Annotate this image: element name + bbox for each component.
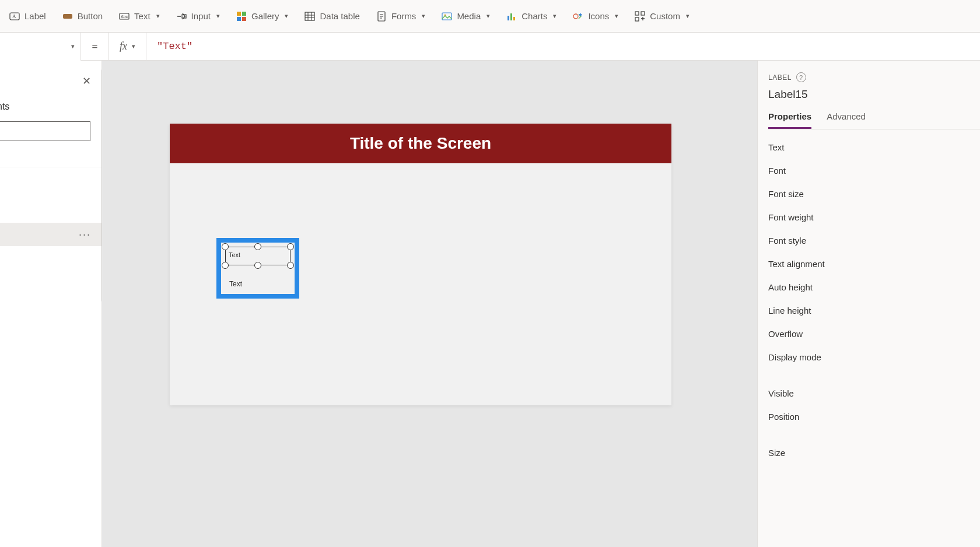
svg-rect-10 bbox=[305, 12, 314, 20]
text-label-icon: A bbox=[9, 11, 20, 22]
toolbar-item-label: Data table bbox=[320, 11, 359, 21]
chevron-down-icon: ▾ bbox=[132, 43, 135, 50]
chevron-down-icon: ▾ bbox=[156, 12, 160, 20]
prop-font-weight[interactable]: Font weight bbox=[768, 205, 980, 229]
svg-rect-19 bbox=[641, 12, 645, 15]
toolbar-text[interactable]: Abc Text ▾ bbox=[112, 5, 167, 28]
svg-point-17 bbox=[573, 14, 578, 19]
svg-rect-15 bbox=[510, 13, 512, 20]
button-icon bbox=[62, 11, 73, 22]
toolbar-item-label: Charts bbox=[522, 11, 547, 21]
svg-rect-2 bbox=[63, 14, 72, 19]
prop-font-style[interactable]: Font style bbox=[768, 229, 980, 252]
element-category: LABEL bbox=[768, 73, 792, 82]
toolbar-custom[interactable]: Custom ▾ bbox=[628, 5, 696, 28]
prop-size[interactable]: Size bbox=[768, 441, 980, 464]
svg-rect-9 bbox=[242, 17, 246, 21]
toolbar-label[interactable]: A Label bbox=[2, 5, 53, 28]
chevron-down-icon: ▾ bbox=[422, 12, 425, 20]
properties-list: Text Font Font size Font weight Font sty… bbox=[768, 135, 980, 464]
chevron-down-icon: ▾ bbox=[71, 43, 75, 50]
toolbar-input[interactable]: Input ▾ bbox=[169, 5, 227, 28]
resize-handle-n[interactable] bbox=[254, 243, 261, 250]
chevron-down-icon: ▾ bbox=[216, 12, 220, 20]
prop-font[interactable]: Font bbox=[768, 159, 980, 182]
forms-icon bbox=[376, 11, 387, 22]
fx-label: fx bbox=[120, 40, 127, 52]
media-icon bbox=[442, 11, 452, 22]
toolbar-item-label: Input bbox=[191, 11, 211, 21]
app-screen[interactable]: Title of the Screen Text Tex bbox=[170, 124, 671, 405]
toolbar-item-label: Button bbox=[78, 11, 103, 21]
toolbar-gallery[interactable]: Gallery ▾ bbox=[229, 5, 296, 28]
resize-handle-sw[interactable] bbox=[222, 262, 229, 269]
prop-visible[interactable]: Visible bbox=[768, 381, 980, 405]
svg-rect-16 bbox=[513, 17, 515, 20]
selected-group[interactable]: Text Text bbox=[216, 238, 299, 299]
prop-display-mode[interactable]: Display mode bbox=[768, 345, 980, 369]
tree-view-panel: ✕ nts ··· bbox=[0, 61, 102, 547]
resize-handle-se[interactable] bbox=[287, 262, 294, 269]
toolbar-item-label: Label bbox=[24, 11, 46, 21]
toolbar-media[interactable]: Media ▾ bbox=[435, 5, 497, 28]
prop-overflow[interactable]: Overflow bbox=[768, 322, 980, 345]
chevron-down-icon: ▾ bbox=[686, 12, 690, 20]
design-canvas-area: Title of the Screen Text Tex bbox=[102, 61, 757, 547]
close-panel-button[interactable]: ✕ bbox=[82, 75, 91, 87]
tree-item-selected[interactable]: ··· bbox=[0, 223, 102, 246]
svg-text:Abc: Abc bbox=[121, 15, 128, 19]
screen-title-banner[interactable]: Title of the Screen bbox=[170, 124, 671, 163]
toolbar-item-label: Custom bbox=[650, 11, 680, 21]
svg-rect-12 bbox=[442, 13, 452, 20]
data-table-icon bbox=[304, 11, 315, 22]
prop-line-height[interactable]: Line height bbox=[768, 299, 980, 322]
fx-button[interactable]: fx ▾ bbox=[109, 33, 146, 60]
property-selector-dropdown[interactable]: ▾ bbox=[0, 33, 81, 61]
more-options-icon[interactable]: ··· bbox=[79, 229, 91, 241]
label-control[interactable]: Text bbox=[229, 280, 242, 288]
prop-text[interactable]: Text bbox=[768, 135, 980, 159]
toolbar-icons[interactable]: Icons ▾ bbox=[566, 5, 625, 28]
toolbar-item-label: Gallery bbox=[251, 11, 279, 21]
tab-properties[interactable]: Properties bbox=[768, 111, 811, 129]
input-icon bbox=[176, 11, 187, 22]
toolbar-charts[interactable]: Charts ▾ bbox=[499, 5, 564, 28]
formula-bar: ▾ = fx ▾ "Text" bbox=[0, 33, 980, 61]
resize-handle-s[interactable] bbox=[254, 262, 261, 269]
svg-text:A: A bbox=[12, 13, 16, 19]
properties-panel: LABEL ? Label15 Properties Advanced Text… bbox=[757, 61, 980, 547]
svg-rect-6 bbox=[237, 12, 241, 16]
svg-rect-7 bbox=[242, 12, 246, 16]
resize-handle-ne[interactable] bbox=[287, 243, 294, 250]
divider bbox=[768, 369, 980, 381]
selected-label-control[interactable]: Text bbox=[225, 247, 290, 265]
tab-advanced[interactable]: Advanced bbox=[827, 111, 866, 129]
svg-rect-18 bbox=[635, 12, 639, 15]
custom-icon bbox=[635, 11, 645, 22]
svg-rect-8 bbox=[237, 17, 241, 21]
insert-toolbar: A Label Button Abc Text ▾ Input ▾ Galler… bbox=[0, 0, 980, 33]
label-text: Text bbox=[229, 251, 240, 258]
toolbar-item-label: Icons bbox=[588, 11, 609, 21]
icons-icon bbox=[573, 11, 583, 22]
text-field-icon: Abc bbox=[119, 11, 130, 22]
toolbar-button[interactable]: Button bbox=[55, 5, 110, 28]
prop-text-alignment[interactable]: Text alignment bbox=[768, 252, 980, 275]
divider bbox=[768, 428, 980, 441]
divider bbox=[0, 167, 102, 167]
toolbar-data-table[interactable]: Data table bbox=[298, 5, 366, 28]
prop-font-size[interactable]: Font size bbox=[768, 182, 980, 205]
toolbar-item-label: Forms bbox=[391, 11, 416, 21]
help-icon[interactable]: ? bbox=[796, 72, 806, 82]
svg-rect-20 bbox=[635, 17, 639, 21]
search-input[interactable] bbox=[0, 121, 90, 141]
chevron-down-icon: ▾ bbox=[487, 12, 490, 20]
prop-auto-height[interactable]: Auto height bbox=[768, 275, 980, 299]
charts-icon bbox=[506, 11, 517, 22]
resize-handle-nw[interactable] bbox=[222, 243, 229, 250]
equals-sign: = bbox=[81, 33, 109, 60]
toolbar-forms[interactable]: Forms ▾ bbox=[369, 5, 433, 28]
prop-position[interactable]: Position bbox=[768, 405, 980, 428]
element-name: Label15 bbox=[768, 88, 980, 101]
formula-input[interactable]: "Text" bbox=[146, 33, 980, 60]
